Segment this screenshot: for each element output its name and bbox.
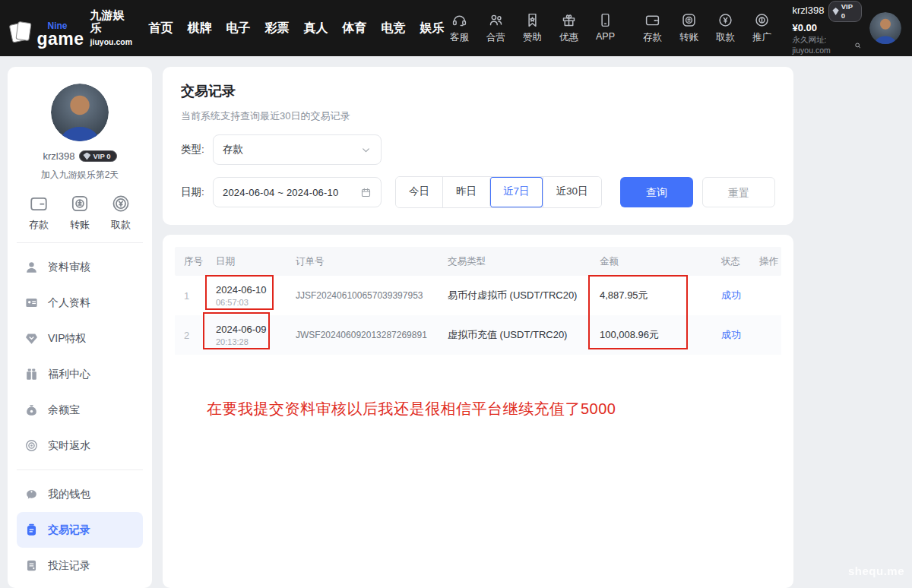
row-index: 2 [175,330,207,341]
sponsor-button[interactable]: 赞助 [518,12,548,44]
transfer-button[interactable]: 转账 [674,12,705,44]
sidebar: krzl398 VIP 0 加入九游娱乐第2天 存款 转账 取款 资料审核 [8,67,152,588]
sidebar-item-transaction-records[interactable]: 交易记录 [17,512,143,548]
preset-last7days-button[interactable]: 近7日 [489,177,543,207]
sidebar-avatar[interactable] [51,84,109,141]
icon-label: 客服 [450,31,469,44]
welfare-gift-icon [24,367,39,381]
topbar-wallet-icons: 存款 转账 取款 推广 [638,12,777,44]
calendar-icon [360,187,372,198]
type-select[interactable]: 存款 [213,134,382,165]
preset-today-button[interactable]: 今日 [396,177,442,207]
row-order-no: JJSF202406100657039397953 [287,290,439,301]
betting-records-icon [24,558,39,573]
vip-badge[interactable]: VIP 0 [79,150,116,162]
wallet-icon [29,194,49,213]
row-status[interactable]: 成功 [712,289,750,302]
page-body: krzl398 VIP 0 加入九游娱乐第2天 存款 转账 取款 资料审核 [0,56,912,588]
sidebar-item-betting-records[interactable]: 投注记录 [17,548,143,583]
sidebar-item-label: 福利中心 [48,368,90,381]
sidebar-item-realtime-rebate[interactable]: 实时返水 [17,428,143,463]
nav-slots[interactable]: 电子 [226,21,251,36]
nav-entertainment[interactable]: 娱乐 [420,21,445,36]
transfer-coin-icon [681,12,697,28]
topbar: Nine game 九游娱乐 jiuyou.com 首页 棋牌 电子 彩票 真人… [0,0,912,56]
col-action: 操作 [750,255,781,268]
sidebar-item-yuebao[interactable]: 余额宝 [17,392,143,428]
user-annotation-text: 在要我提交资料审核以后我还是很相信平台继续充值了5000 [207,399,781,419]
sidebar-item-profile-review[interactable]: 资料审核 [17,249,143,285]
date-range-input[interactable]: 2024-06-04 ~ 2024-06-10 [213,177,382,207]
row-date-cell: 2024-06-10 06:57:03 [207,284,287,307]
date-range-value: 2024-06-04 ~ 2024-06-10 [223,187,360,198]
col-type: 交易类型 [439,255,591,268]
page-title: 交易记录 [181,82,775,100]
withdraw-button[interactable]: 取款 [711,12,741,44]
permanent-url: 永久网址: jiuyou.com [793,35,852,55]
app-download-button[interactable]: APP [591,12,621,44]
nav-sports[interactable]: 体育 [343,21,367,36]
vip-badge[interactable]: VIP 0 [828,1,862,23]
joined-days-text: 加入九游娱乐第2天 [17,169,143,182]
sidebar-item-label: 资料审核 [48,261,90,274]
playing-cards-icon [11,21,32,48]
sidebar-item-welfare-center[interactable]: 福利中心 [17,356,143,392]
icon-label: APP [596,31,615,42]
wallet-icon [644,12,660,28]
partners-icon [488,12,504,28]
search-icon[interactable] [854,41,862,50]
col-amount: 金额 [591,255,712,268]
date-label: 日期: [181,185,213,199]
nav-lottery[interactable]: 彩票 [265,21,290,36]
id-card-icon [24,296,39,310]
logo-cn-name: 九游娱乐 [90,8,134,35]
sidebar-item-vip-privileges[interactable]: VIP特权 [17,321,143,356]
quick-deposit-button[interactable]: 存款 [21,194,56,232]
partners-button[interactable]: 合营 [481,12,511,44]
row-transaction-type: 易币付虚拟币 (USDT/TRC20) [439,289,591,302]
site-logo[interactable]: Nine game 九游娱乐 jiuyou.com [11,8,134,49]
nav-chess[interactable]: 棋牌 [188,21,212,36]
customer-service-button[interactable]: 客服 [445,12,475,44]
filters-card: 交易记录 当前系统支持查询最近30日的交易记录 类型: 存款 日期: 2024-… [163,67,793,225]
deposit-button[interactable]: 存款 [638,12,668,44]
preset-last30days-button[interactable]: 近30日 [543,177,601,207]
quick-transfer-button[interactable]: 转账 [62,194,97,232]
row-date-cell: 2024-06-09 20:13:28 [207,324,287,346]
row-status[interactable]: 成功 [712,328,750,342]
row-time: 20:13:28 [216,337,287,346]
gift-icon [561,12,577,28]
promotions-button[interactable]: 优惠 [554,12,584,44]
topbar-user-area: krzl398 VIP 0 ¥0.00 永久网址: jiuyou.com [793,1,901,56]
quick-action-label: 转账 [70,218,90,232]
quick-action-label: 存款 [29,218,49,232]
vip-diamond-icon [24,331,39,346]
nav-home[interactable]: 首页 [149,21,173,36]
nav-esports[interactable]: 电竞 [382,21,406,36]
avatar[interactable] [869,12,901,44]
sidebar-item-my-wallet[interactable]: 我的钱包 [17,476,143,512]
transaction-records-icon [24,523,39,537]
username: krzl398 [793,5,825,17]
preset-yesterday-button[interactable]: 昨日 [442,177,489,207]
reset-button[interactable]: 重置 [702,177,775,207]
money-bag-icon [24,403,39,417]
row-transaction-type: 虚拟币充值 (USDT/TRC20) [439,328,591,342]
query-button[interactable]: 查询 [620,177,693,207]
avatar-image [51,84,109,141]
quick-withdraw-button[interactable]: 取款 [103,194,138,232]
sidebar-item-label: VIP特权 [48,332,87,346]
nav-live[interactable]: 真人 [304,21,328,36]
transfer-icon [70,194,90,213]
vip-level: VIP 0 [841,2,856,21]
logo-game-text: game [36,29,84,49]
sidebar-username: krzl398 [43,150,75,162]
date-range-presets: 今日 昨日 近7日 近30日 [395,176,602,208]
row-index: 1 [175,290,207,302]
table-row: 2 2024-06-09 20:13:28 JWSF20240609201328… [175,315,781,355]
row-date: 2024-06-09 [216,324,287,335]
promote-button[interactable]: 推广 [747,12,777,44]
col-date: 日期 [207,255,287,268]
type-filter-row: 类型: 存款 [181,134,775,165]
sidebar-item-personal-info[interactable]: 个人资料 [17,285,143,321]
